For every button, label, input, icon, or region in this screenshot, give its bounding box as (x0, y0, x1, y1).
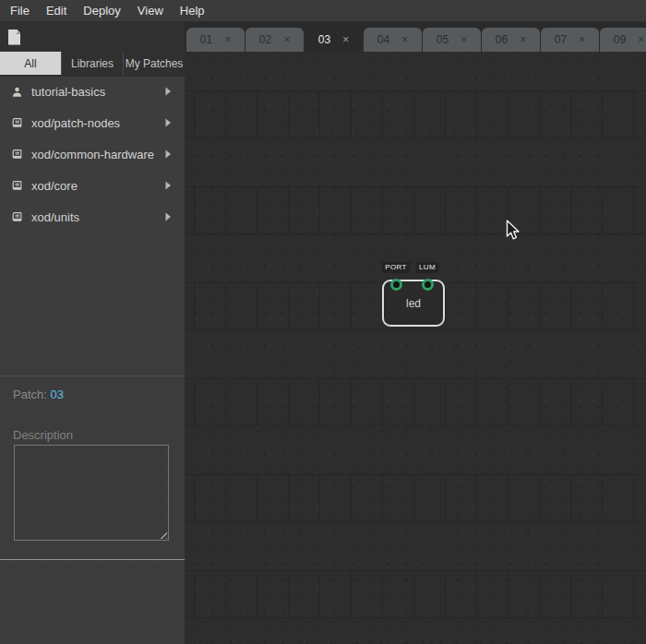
grid-band (185, 570, 646, 618)
patch-tab-07[interactable]: 07× (541, 28, 599, 52)
main-content: AllLibrariesMy Patches tutorial-basicsxo… (0, 52, 646, 644)
menu-view[interactable]: View (129, 1, 172, 20)
tab-label: 09 (614, 33, 626, 46)
description-textarea[interactable] (14, 445, 169, 541)
menu-help[interactable]: Help (172, 1, 213, 20)
top-strip: 01×02×03×04×05×06×07×09× (0, 22, 646, 52)
patch-tab-01[interactable]: 01× (186, 28, 245, 52)
library-item-xod-patch-nodes[interactable]: xod/patch-nodes (0, 108, 185, 137)
new-patch-icon[interactable] (8, 30, 20, 45)
description-wrapper (14, 445, 169, 541)
grid-band (185, 378, 646, 426)
menu-file[interactable]: File (2, 1, 38, 20)
patch-tab-09[interactable]: 09× (600, 28, 646, 52)
grid-band (185, 90, 646, 138)
user-icon (11, 86, 23, 98)
chevron-right-icon[interactable] (164, 114, 172, 131)
book-icon (11, 211, 23, 223)
library-item-xod-units[interactable]: xod/units (0, 202, 185, 232)
tab-label: 04 (377, 33, 389, 46)
chevron-right-icon[interactable] (164, 83, 172, 100)
tab-label: 02 (259, 33, 271, 46)
patch-tab-bar: 01×02×03×04×05×06×07×09× (185, 22, 646, 52)
book-icon (11, 117, 23, 129)
library-item-xod-common-hardware[interactable]: xod/common-hardware (0, 139, 185, 169)
led-node[interactable]: led (382, 280, 445, 327)
tab-close-icon[interactable]: × (224, 34, 231, 45)
browser-filter-tabs: AllLibrariesMy Patches (0, 52, 185, 77)
port-label-lum: LUM (416, 262, 438, 273)
menu-bar: FileEditDeployViewHelp (0, 0, 646, 22)
book-icon (11, 149, 23, 161)
menu-deploy[interactable]: Deploy (75, 1, 128, 20)
port-port[interactable] (390, 279, 402, 291)
chevron-right-icon[interactable] (164, 146, 172, 162)
patch-tab-06[interactable]: 06× (482, 28, 540, 52)
tab-close-icon[interactable]: × (283, 34, 290, 45)
patch-tab-02[interactable]: 02× (245, 28, 304, 52)
library-item-xod-core[interactable]: xod/core (0, 171, 185, 200)
tab-close-icon[interactable]: × (401, 34, 408, 45)
xod-ide-window: FileEditDeployViewHelp 01×02×03×04×05×06… (0, 0, 646, 644)
node-label: led (406, 297, 421, 310)
chevron-right-icon[interactable] (164, 209, 172, 225)
menu-edit[interactable]: Edit (38, 1, 75, 20)
tab-close-icon[interactable]: × (520, 34, 526, 45)
port-label-port: PORT (382, 262, 410, 273)
port-lum[interactable] (422, 279, 434, 291)
library-name: xod/common-hardware (31, 148, 164, 161)
filter-tab-all[interactable]: All (0, 52, 61, 75)
patch-tab-03[interactable]: 03× (305, 28, 363, 52)
project-toolbar (0, 22, 185, 52)
library-name: xod/core (31, 179, 164, 193)
patch-title: Patch: 03 (13, 388, 185, 401)
tab-label: 03 (318, 33, 330, 46)
filter-tab-my-patches[interactable]: My Patches (123, 52, 185, 75)
sidebar-filler (0, 560, 185, 644)
filter-tab-libraries[interactable]: Libraries (61, 52, 123, 75)
library-list: tutorial-basicsxod/patch-nodesxod/common… (0, 77, 185, 233)
patch-label: Patch: (13, 388, 47, 401)
project-browser-sidebar: AllLibrariesMy Patches tutorial-basicsxo… (0, 52, 185, 644)
grid-band (185, 186, 646, 234)
tab-label: 05 (437, 33, 449, 46)
tab-close-icon[interactable]: × (579, 34, 585, 45)
patch-info-panel: Patch: 03 Description (0, 376, 185, 559)
library-item-tutorial-basics[interactable]: tutorial-basics (0, 77, 185, 106)
tab-label: 01 (200, 33, 212, 46)
patch-tab-04[interactable]: 04× (364, 28, 422, 52)
tab-close-icon[interactable]: × (638, 34, 644, 45)
patch-name: 03 (50, 388, 63, 401)
chevron-right-icon[interactable] (164, 177, 172, 194)
grid-band (185, 474, 646, 522)
book-icon (11, 180, 23, 192)
library-name: xod/units (31, 210, 164, 224)
tab-close-icon[interactable]: × (342, 34, 349, 45)
sidebar-spacer (0, 233, 185, 376)
library-name: xod/patch-nodes (31, 116, 164, 130)
tab-close-icon[interactable]: × (461, 34, 467, 45)
description-label: Description (13, 428, 185, 442)
library-name: tutorial-basics (31, 85, 164, 99)
tab-label: 06 (496, 33, 508, 46)
patch-canvas[interactable]: led PORTLUM (185, 52, 646, 644)
patch-tab-05[interactable]: 05× (423, 28, 481, 52)
tab-label: 07 (555, 33, 567, 46)
